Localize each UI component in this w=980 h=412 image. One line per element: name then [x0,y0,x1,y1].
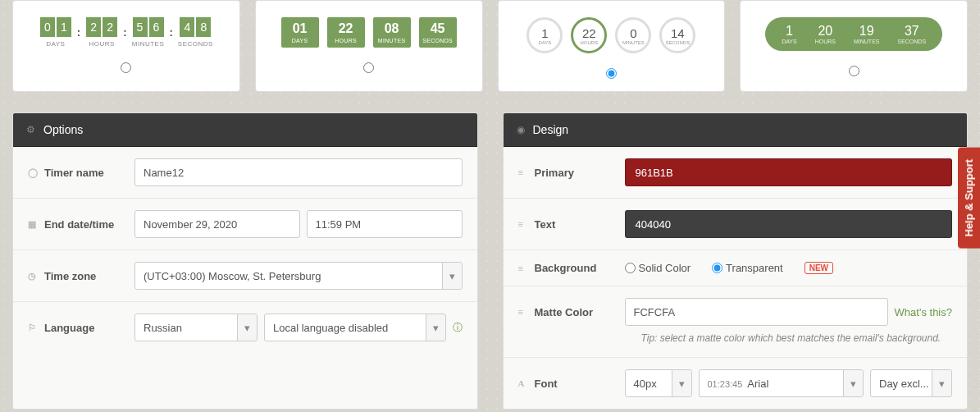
time-block: 22HOURS [327,17,365,48]
end-date-label: End date/time [44,218,114,231]
digit: 2 [86,17,101,37]
flag-icon: ⚐ [28,323,38,333]
font-family-select[interactable]: 01:23:45Arial ▾ [699,369,864,397]
bg-solid-radio[interactable]: Solid Color [625,262,691,274]
timezone-value: (UTC+03:00) Moscow, St. Petersburg [144,270,321,282]
whats-this-link[interactable]: What's this? [895,306,952,318]
lines-icon: ≡ [518,219,528,229]
preview-style-4[interactable]: 1DAYS 20HOURS 19MINUTES 37SECONDS [740,0,968,92]
font-icon: A [518,378,528,388]
local-language-value: Local language disabled [273,322,388,334]
digit: 0 [40,17,55,37]
separator: : [75,26,82,39]
hours-label: HOURS [85,40,118,48]
chevron-down-icon: ▾ [442,263,462,289]
primary-label: Primary [535,167,574,179]
style-1-radio[interactable] [121,62,131,73]
time-block: 01DAYS [281,17,319,48]
days-label: DAYS [39,40,72,48]
lines-icon: ≡ [518,167,528,177]
font-size-value: 40px [634,378,657,390]
font-size-select[interactable]: 40px ▾ [625,369,692,397]
primary-color-input[interactable]: 961B1B [625,158,953,186]
text-color-value: 404040 [636,218,671,231]
new-badge: NEW [805,262,833,274]
language-label: Language [44,322,94,334]
options-panel: ⚙ Options ◯Timer name ▦End date/time ◷Ti… [12,112,478,410]
text-color-label: Text [535,218,556,231]
digit: 1 [57,17,71,37]
radio-icon: ◯ [28,167,38,178]
separator: : [168,26,175,39]
language-value: Russian [144,322,182,334]
font-label: Font [535,378,558,390]
timezone-label: Time zone [44,270,96,282]
info-icon[interactable]: ⓘ [453,321,463,335]
preview-style-2[interactable]: 01DAYS 22HOURS 08MINUTES 45SECONDS [255,0,483,92]
matte-color-input[interactable] [625,298,888,326]
preview-style-3[interactable]: 1DAYS 22HOURS 0MINUTES 14SECONDS [498,0,726,92]
font-family-value: Arial [747,378,768,390]
preview-style-1[interactable]: 01 DAYS : 22 HOURS : 56 MINUTES : 48 SEC… [12,0,240,92]
day-exclusion-select[interactable]: Day excl... ▾ [870,369,952,397]
matte-tip: Tip: select a matte color which best mat… [504,329,968,358]
style-2-radio[interactable] [363,62,374,73]
time-pill: 1DAYS 20HOURS 19MINUTES 37SECONDS [765,17,942,51]
end-date-input[interactable] [134,210,300,238]
time-block: 45SECONDS [419,17,457,48]
options-title: Options [43,123,83,136]
timer-name-label: Timer name [44,167,104,179]
timezone-select[interactable]: (UTC+03:00) Moscow, St. Petersburg ▾ [134,262,463,290]
digit: 2 [103,17,117,37]
time-block: 08MINUTES [373,17,411,48]
chevron-down-icon: ▾ [932,370,951,396]
style-3-radio[interactable] [606,68,617,79]
seconds-label: SECONDS [178,40,213,48]
local-language-select[interactable]: Local language disabled ▾ [264,314,446,341]
calendar-icon: ▦ [28,219,38,230]
font-sample: 01:23:45 [708,379,743,389]
text-color-input[interactable]: 404040 [625,210,953,238]
chevron-down-icon: ▾ [237,314,257,341]
digit: 4 [180,17,194,37]
digit: 6 [149,17,164,37]
language-select[interactable]: Russian ▾ [134,314,258,341]
time-circle: 1DAYS [526,17,563,53]
design-panel: ◉ Design ≡Primary 961B1B ≡Text 404040 ≡B… [503,112,969,410]
chevron-down-icon: ▾ [843,370,863,396]
design-header: ◉ Design [504,113,968,147]
design-title: Design [533,123,569,136]
lines-icon: ≡ [518,307,528,317]
primary-color-value: 961B1B [636,167,673,179]
chevron-down-icon: ▾ [426,314,445,341]
minutes-label: MINUTES [132,40,165,48]
timer-name-input[interactable] [134,158,463,186]
options-header: ⚙ Options [13,113,477,147]
eye-icon: ◉ [517,124,525,135]
gear-icon: ⚙ [26,124,35,135]
time-circle: 0MINUTES [615,17,651,53]
bg-transparent-radio[interactable]: Transparent [712,262,783,274]
style-4-radio[interactable] [849,66,859,76]
digit: 8 [196,17,211,37]
digit: 5 [133,17,148,37]
lines-icon: ≡ [518,263,528,273]
chevron-down-icon: ▾ [672,370,691,396]
help-support-tab[interactable]: Help & Support [958,148,980,249]
separator: : [121,26,128,39]
time-circle: 14SECONDS [659,17,695,53]
clock-icon: ◷ [28,271,38,282]
background-label: Background [535,262,597,274]
matte-label: Matte Color [535,306,594,318]
day-exclusion-value: Day excl... [879,378,929,390]
time-circle: 22HOURS [571,17,607,53]
end-time-input[interactable] [307,210,463,238]
